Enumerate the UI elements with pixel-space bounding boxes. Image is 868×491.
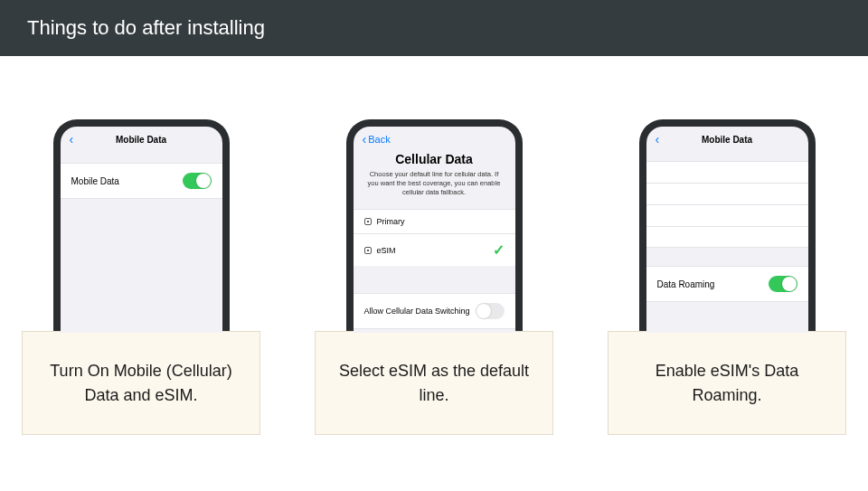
option-label: eSIM: [377, 246, 396, 255]
chevron-left-icon: ‹: [363, 133, 367, 146]
footer-text: Turning this feature on will allow your …: [354, 329, 515, 333]
caption: Select eSIM as the default line.: [315, 331, 553, 435]
page-header: Things to do after installing: [0, 0, 868, 56]
spacer-rows: [646, 161, 808, 248]
allow-switching-toggle[interactable]: [476, 303, 505, 319]
caption: Enable eSIM's Data Roaming.: [608, 331, 846, 435]
ios-navbar: ‹ Mobile Data: [61, 127, 222, 152]
ios-navbar: ‹ Mobile Data: [646, 127, 808, 152]
blank-row: [646, 183, 808, 204]
instruction-card: ‹ Mobile Data Mobile Data Turn On Mobile…: [22, 119, 260, 435]
instruction-card: ‹Back Cellular Data Choose your default …: [315, 119, 553, 435]
data-roaming-toggle[interactable]: [769, 276, 797, 292]
checkmark-icon: ✓: [493, 241, 505, 259]
description: Choose your default line for cellular da…: [354, 170, 515, 209]
phone-frame: ‹ Mobile Data Data Roaming: [639, 119, 816, 333]
row-label: Data Roaming: [657, 279, 715, 289]
phone-screen-cellular-select: ‹Back Cellular Data Choose your default …: [354, 127, 515, 333]
cards-row: ‹ Mobile Data Mobile Data Turn On Mobile…: [0, 56, 868, 435]
big-title: Cellular Data: [354, 152, 515, 170]
allow-switching-row[interactable]: Allow Cellular Data Switching: [354, 293, 515, 329]
option-esim[interactable]: eSIM ✓: [354, 233, 515, 266]
back-button[interactable]: ‹Back: [363, 133, 391, 146]
back-label: Back: [368, 134, 390, 145]
nav-title: Mobile Data: [646, 135, 808, 145]
nav-title: Mobile Data: [61, 135, 222, 145]
sim-icon: [364, 218, 372, 225]
mobile-data-toggle[interactable]: [183, 173, 212, 189]
mobile-data-row[interactable]: Mobile Data: [61, 163, 222, 199]
row-label: Mobile Data: [71, 176, 119, 186]
phone-frame: ‹Back Cellular Data Choose your default …: [346, 119, 523, 333]
blank-row: [646, 204, 808, 226]
page-title: Things to do after installing: [27, 16, 265, 39]
caption: Turn On Mobile (Cellular) Data and eSIM.: [22, 331, 260, 435]
phone-screen-roaming: ‹ Mobile Data Data Roaming: [646, 127, 808, 333]
data-roaming-row[interactable]: Data Roaming: [646, 266, 808, 302]
blank-row: [646, 161, 808, 183]
row-label: Allow Cellular Data Switching: [364, 307, 470, 316]
option-primary[interactable]: Primary: [354, 209, 515, 233]
option-label: Primary: [377, 217, 405, 226]
blank-row: [646, 226, 808, 248]
ios-navbar: ‹Back: [354, 127, 515, 152]
instruction-card: ‹ Mobile Data Data Roaming Enable eSIM's…: [608, 119, 846, 435]
sim-icon: [364, 247, 372, 254]
phone-frame: ‹ Mobile Data Mobile Data: [53, 119, 230, 333]
phone-screen-mobile-data: ‹ Mobile Data Mobile Data: [61, 127, 222, 333]
